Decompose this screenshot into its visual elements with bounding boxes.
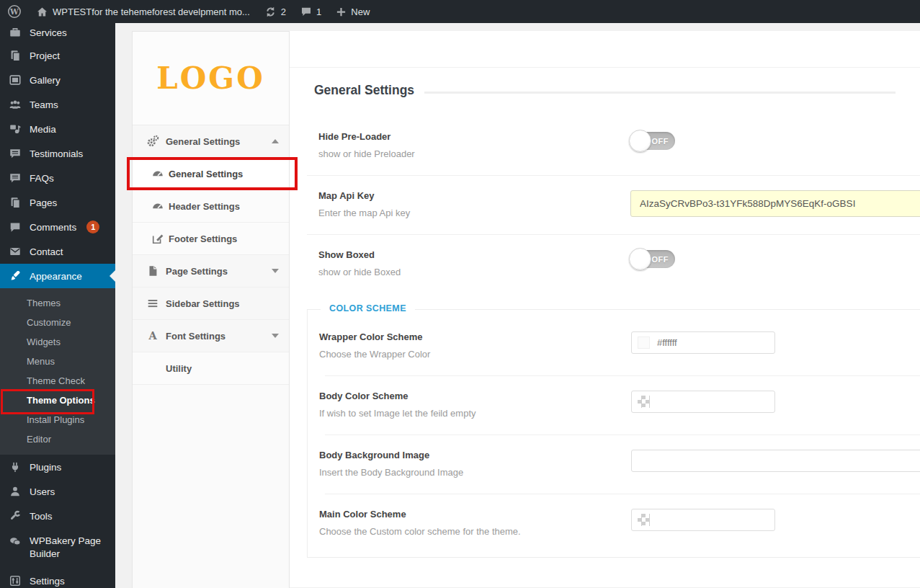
show-boxed-toggle[interactable]: OFF [630,250,675,268]
sidebar-item-project[interactable]: Project [0,43,115,68]
edit-icon [151,232,165,245]
project-icon [8,49,22,62]
site-link[interactable]: WPTESTfor the tehemeforest develpment mo… [29,0,257,23]
setting-label: Show Boxed [318,249,630,260]
plugins-icon [8,460,22,473]
hide-preloader-toggle[interactable]: OFF [630,132,675,150]
panel-item-font-settings[interactable]: A Font Settings [133,320,289,352]
sidebar-item-tools[interactable]: Tools [0,504,115,528]
wordpress-logo-menu[interactable]: W [0,0,29,23]
wordpress-logo-icon: W [7,4,22,19]
setting-description: If wish to set Image let the feild empty [319,408,631,419]
sidebar-item-comments[interactable]: Comments 1 [0,215,115,239]
color-swatch [638,337,650,349]
setting-row-body-background-image: Body Background Image Insert the Body Ba… [319,435,920,494]
comments-pending-badge: 1 [86,220,99,233]
setting-description: show or hide Preloader [318,148,630,159]
updates-indicator[interactable]: 2 [257,0,293,23]
sidebar-item-media[interactable]: Media [0,117,115,141]
toggle-knob [629,130,651,152]
font-icon: A [146,329,160,342]
appearance-submenu: Themes Customize Widgets Menus Theme Che… [0,288,115,455]
setting-label: Main Color Scheme [319,509,631,520]
wp-admin-sidebar: Services Project Gallery Teams Media Tes… [0,23,115,588]
body-background-image-input[interactable] [631,450,920,472]
setting-description: Enter the map Api key [318,208,630,218]
services-icon [8,26,22,39]
sidebar-item-plugins[interactable]: Plugins [0,455,115,479]
pages-icon [8,196,22,209]
panel-item-page-settings[interactable]: Page Settings [133,255,289,288]
panel-item-sidebar-settings[interactable]: Sidebar Settings [133,288,289,320]
sidebar-item-faqs[interactable]: FAQs [0,166,115,190]
sidebar-item-gallery[interactable]: Gallery [0,68,115,92]
sidebar-item-services[interactable]: Services [0,22,115,43]
toggle-knob [629,248,651,270]
submenu-item-menus[interactable]: Menus [0,352,115,371]
setting-row-show-boxed: Show Boxed show or hide Boxed OFF [290,235,920,293]
sidebar-item-wpbakery[interactable]: WPBakery Page Builder [0,528,115,569]
title-divider [424,92,896,94]
file-icon [146,264,160,277]
setting-description: Insert the Body Background Image [319,467,631,478]
panel-item-general-settings-group[interactable]: General Settings [133,125,289,158]
setting-label: Hide Pre-Loader [318,131,630,142]
wrapper-color-input[interactable]: #ffffff [631,331,775,354]
testimonials-icon [8,147,22,160]
submenu-item-widgets[interactable]: Widgets [0,332,115,352]
home-icon [36,6,48,18]
sidebar-item-teams[interactable]: Teams [0,92,115,117]
contact-icon [8,245,22,258]
map-api-key-input[interactable] [630,190,920,217]
sidebar-item-settings[interactable]: Settings [0,569,115,588]
sidebar-item-pages[interactable]: Pages [0,190,115,215]
updates-icon [264,6,277,18]
gallery-icon [8,74,22,86]
faqs-icon [8,172,22,184]
new-content-menu[interactable]: New [329,0,377,23]
settings-content: General Settings Hide Pre-Loader show or… [290,31,920,588]
submenu-item-install-plugins[interactable]: Install Plugins [0,410,115,429]
setting-row-main-color: Main Color Scheme Choose the Custom colo… [319,494,920,553]
comment-bubble-icon [300,6,312,17]
setting-row-body-color: Body Color Scheme If wish to set Image l… [319,376,920,435]
submenu-item-theme-check[interactable]: Theme Check [0,371,115,391]
transparent-swatch [638,514,650,526]
comments-indicator[interactable]: 1 [293,0,329,23]
bars-icon [146,297,160,310]
panel-item-header-settings[interactable]: Header Settings [133,190,289,223]
sidebar-item-users[interactable]: Users [0,479,115,504]
plus-icon [336,6,347,17]
chevron-down-icon [272,334,279,338]
submenu-item-theme-options[interactable]: Theme Options [0,391,115,410]
theme-options-panel: LOGO General Settings General Settings H… [132,31,290,588]
media-icon [8,122,22,135]
comments-count: 1 [316,6,321,17]
tools-icon [8,509,22,522]
new-label: New [351,6,370,17]
body-color-input[interactable] [631,391,775,413]
panel-item-footer-settings[interactable]: Footer Settings [133,223,289,255]
submenu-item-themes[interactable]: Themes [0,293,115,313]
submenu-item-customize[interactable]: Customize [0,313,115,332]
setting-label: Map Api Key [318,190,630,201]
setting-description: Choose the Wrapper Color [319,349,631,360]
panel-item-utility[interactable]: Utility [133,352,289,385]
sidebar-item-testimonials[interactable]: Testimonials [0,141,115,166]
setting-row-wrapper-color: Wrapper Color Scheme Choose the Wrapper … [319,317,920,375]
comments-icon [8,220,22,233]
submenu-item-editor[interactable]: Editor [0,429,115,449]
main-color-input[interactable] [631,509,775,531]
sidebar-item-appearance[interactable]: Appearance [0,264,115,288]
setting-row-map-api-key: Map Api Key Enter the map Api key [290,176,920,234]
color-scheme-legend: COLOR SCHEME [321,303,415,313]
svg-text:W: W [9,7,19,16]
setting-label: Body Color Scheme [319,391,631,401]
transparent-swatch [638,396,650,408]
sidebar-item-contact[interactable]: Contact [0,239,115,264]
svg-text:A: A [148,329,157,342]
setting-label: Wrapper Color Scheme [319,331,631,342]
setting-row-hide-preloader: Hide Pre-Loader show or hide Preloader O… [290,117,920,175]
updates-count: 2 [281,6,286,17]
panel-item-general-settings[interactable]: General Settings [133,158,289,190]
